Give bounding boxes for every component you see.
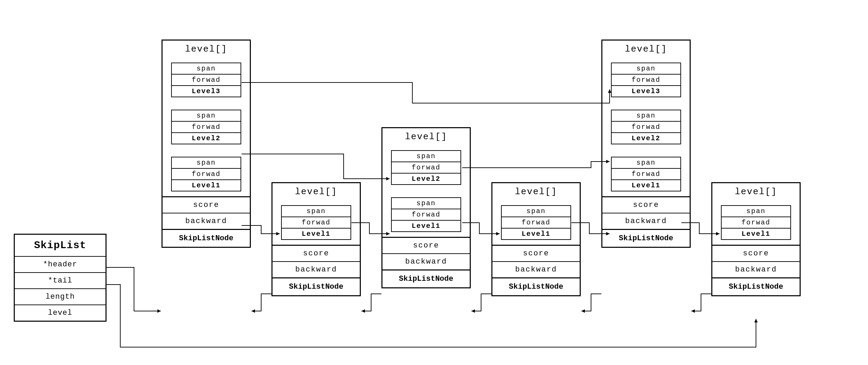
span-label: span (172, 63, 240, 74)
level1-label: Level1 (392, 220, 460, 231)
skiplist-field-length: length (15, 288, 105, 305)
arrow-n4-back-to-n3 (471, 294, 491, 311)
node-6-level1-block: span forwad Level1 (721, 205, 791, 240)
level1-label: Level1 (502, 228, 570, 239)
span-label: span (172, 110, 240, 121)
level3-label: Level3 (612, 85, 680, 97)
backward-label: backward (382, 253, 470, 269)
node-5: level[] span forwad Level3 span forwad L… (601, 40, 691, 248)
forward-label: forwad (172, 168, 240, 179)
node-5-level2-block: span forwad Level2 (611, 110, 681, 144)
arrow-n1-l3-to-n5 (242, 82, 610, 103)
forward-label: forwad (282, 217, 350, 228)
span-label: span (722, 206, 790, 217)
forward-label: forwad (392, 209, 460, 220)
forward-label: forwad (502, 217, 570, 228)
score-label: score (382, 237, 470, 253)
arrow-n6-back-to-n5 (691, 294, 711, 311)
node-1-level1-block: span forwad Level1 (171, 157, 241, 191)
node-3-level-title: level[] (382, 128, 470, 147)
arrow-tail-to-n6 (107, 285, 756, 347)
span-label: span (392, 151, 460, 162)
span-label: span (612, 110, 680, 121)
span-label: span (502, 206, 570, 217)
level2-label: Level2 (612, 132, 680, 144)
level1-label: Level1 (282, 228, 350, 239)
node-6: level[] span forwad Level1 score backwar… (711, 182, 801, 296)
backward-label: backward (602, 213, 690, 229)
forward-label: forwad (172, 74, 240, 85)
node-1-level3-block: span forwad Level3 (171, 63, 241, 97)
arrow-n3-l2-to-n5 (462, 162, 610, 168)
node-name-label: SkipListNode (163, 229, 250, 247)
node-name-label: SkipListNode (602, 229, 690, 247)
level1-label: Level1 (172, 179, 240, 191)
backward-label: backward (163, 213, 250, 229)
arrow-n5-back-to-n4 (581, 294, 601, 311)
score-label: score (163, 196, 250, 213)
score-label: score (492, 245, 580, 261)
skiplist-field-level: level (15, 305, 105, 321)
level3-label: Level3 (172, 85, 240, 97)
backward-label: backward (492, 261, 580, 277)
backward-label: backward (712, 261, 800, 277)
skiplist-field-tail: *tail (15, 272, 105, 288)
node-name-label: SkipListNode (272, 277, 360, 295)
forward-label: forwad (722, 217, 790, 228)
level2-label: Level2 (392, 173, 460, 184)
node-3-level1-block: span forwad Level1 (391, 197, 461, 232)
node-5-level3-block: span forwad Level3 (611, 63, 681, 97)
span-label: span (172, 157, 240, 168)
node-5-level1-block: span forwad Level1 (611, 157, 681, 191)
skiplist-struct-box: SkipList *header *tail length level (14, 234, 107, 322)
level2-label: Level2 (172, 132, 240, 144)
arrow-n3-back-to-n2 (361, 294, 381, 311)
node-4-level-title: level[] (492, 183, 580, 202)
span-label: span (612, 157, 680, 168)
score-label: score (712, 245, 800, 261)
skiplist-title: SkipList (15, 235, 105, 256)
arrow-n1-l2-to-n3 (242, 154, 390, 179)
score-label: score (272, 245, 360, 261)
node-3-level2-block: span forwad Level2 (391, 150, 461, 185)
node-name-label: SkipListNode (492, 277, 580, 295)
level1-label: Level1 (612, 179, 680, 191)
diagram-canvas: SkipList *header *tail length level leve… (0, 0, 868, 365)
node-name-label: SkipListNode (382, 269, 470, 287)
backward-label: backward (272, 261, 360, 277)
forward-label: forwad (172, 121, 240, 132)
forward-label: forwad (612, 168, 680, 179)
score-label: score (602, 196, 690, 213)
span-label: span (282, 206, 350, 217)
node-3: level[] span forwad Level2 span forwad L… (381, 127, 471, 288)
node-2-level-title: level[] (272, 183, 360, 202)
node-2-level1-block: span forwad Level1 (281, 205, 351, 240)
forward-label: forwad (392, 162, 460, 173)
node-1-level2-block: span forwad Level2 (171, 110, 241, 144)
span-label: span (392, 198, 460, 209)
node-1-level-title: level[] (163, 41, 250, 59)
node-2: level[] span forwad Level1 score backwar… (271, 182, 361, 296)
span-label: span (612, 63, 680, 74)
node-name-label: SkipListNode (712, 277, 800, 295)
arrow-n2-back-to-n1 (252, 294, 271, 311)
skiplist-field-header: *header (15, 256, 105, 272)
node-6-level-title: level[] (712, 183, 800, 202)
forward-label: forwad (612, 74, 680, 85)
node-4: level[] span forwad Level1 score backwar… (491, 182, 581, 296)
node-1: level[] span forwad Level3 span forwad L… (162, 40, 251, 248)
arrow-header-to-n1 (107, 267, 161, 311)
node-4-level1-block: span forwad Level1 (501, 205, 571, 240)
node-5-level-title: level[] (602, 41, 690, 59)
level1-label: Level1 (722, 228, 790, 239)
forward-label: forwad (612, 121, 680, 132)
